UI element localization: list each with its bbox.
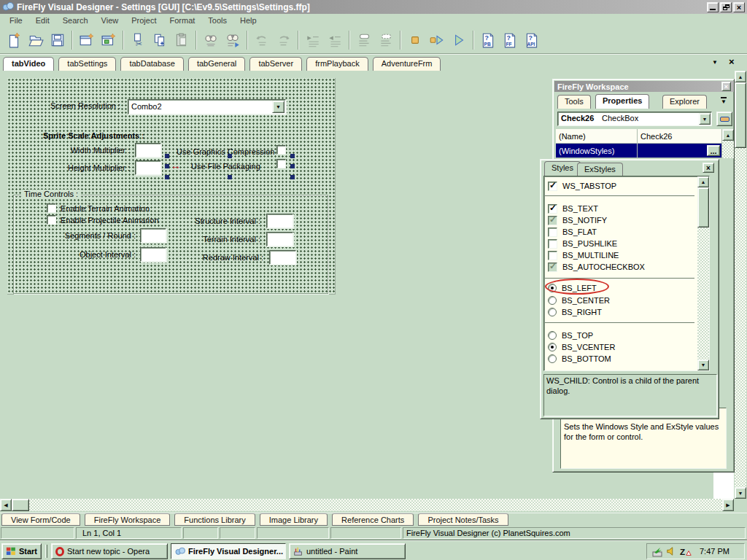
control-selector-combo[interactable]: Check26 CheckBox ▼ (557, 112, 712, 126)
workspace-chevron-icon[interactable]: ▼ (721, 97, 727, 105)
checkbox-checked-disabled-icon[interactable] (548, 216, 557, 225)
tab-frmplayback[interactable]: frmPlayback (306, 57, 368, 71)
zonealarm-tray-icon[interactable]: Z (679, 546, 692, 557)
compile-run-icon[interactable] (426, 29, 448, 51)
style-item[interactable]: WS_TABSTOP (548, 180, 616, 192)
undo-icon[interactable] (251, 29, 273, 51)
workspace-tab-explorer[interactable]: Explorer (662, 95, 707, 109)
workspace-close-icon[interactable]: × (721, 82, 731, 91)
prop-windowstyles-label[interactable]: (WindowStyles) (556, 144, 638, 158)
help-ff-icon[interactable]: ?FF (499, 29, 521, 51)
style-item[interactable]: BS_AUTOCHECKBOX (548, 261, 645, 273)
tab-adventurefrm[interactable]: AdventureFrm (373, 57, 441, 71)
task-paint[interactable]: untitled - Paint (289, 543, 406, 559)
styles-list-scrollbar[interactable]: ▲ ▼ (697, 176, 709, 370)
taskbar-clock[interactable]: 7:47 PM (700, 547, 729, 556)
grid-scroll-up-icon[interactable]: ▲ (722, 129, 734, 141)
run-icon[interactable] (448, 29, 470, 51)
style-item[interactable]: BS_TEXT (548, 203, 598, 214)
scroll-right-icon[interactable]: ▶ (722, 499, 734, 511)
dock-tab-firefly-workspace[interactable]: FireFly Workspace (85, 513, 170, 526)
menu-file[interactable]: File (3, 15, 29, 26)
checkbox-checked-disabled-icon[interactable] (548, 262, 557, 272)
menu-format[interactable]: Format (163, 15, 201, 26)
selection-handle[interactable] (228, 175, 232, 179)
minimize-button[interactable] (707, 2, 719, 12)
task-firefly[interactable]: FireFly Visual Designer... (171, 543, 286, 559)
open-file-icon[interactable] (25, 29, 47, 51)
selection-handle[interactable] (290, 175, 295, 179)
style-item[interactable]: BS_BOTTOM (548, 353, 611, 365)
tab-list-chevron-icon[interactable]: ▼ (712, 59, 718, 66)
use-file-packaging-checkbox[interactable] (276, 159, 286, 168)
indent-icon[interactable] (302, 29, 324, 51)
menu-project[interactable]: Project (125, 15, 163, 26)
close-button[interactable]: × (733, 2, 745, 12)
list-scroll-up-icon[interactable]: ▲ (697, 176, 709, 187)
vertical-scrollbar[interactable]: ▲ ▼ (735, 71, 746, 499)
radio-icon[interactable] (548, 296, 557, 305)
structure-interval-field[interactable] (266, 214, 293, 228)
property-grid-scrollbar[interactable]: ▲ (722, 129, 734, 158)
help-pb-icon[interactable]: ?PB (477, 29, 499, 51)
style-item[interactable]: BS_TOP (548, 330, 593, 341)
workspace-tab-properties[interactable]: Properties (595, 94, 649, 109)
copy-icon[interactable] (149, 29, 171, 51)
menu-help[interactable]: Help (233, 15, 263, 26)
selector-dropdown-icon[interactable]: ▼ (699, 113, 711, 125)
style-item[interactable]: BS_RIGHT (548, 306, 602, 318)
tab-tabserver[interactable]: tabServer (249, 57, 302, 71)
checkbox-checked-icon[interactable] (548, 182, 557, 191)
tab-tabgeneral[interactable]: tabGeneral (188, 57, 245, 71)
style-item[interactable]: BS_MULTILINE (548, 249, 619, 261)
task-opera[interactable]: Start new topic - Opera (51, 543, 168, 559)
popup-close-icon[interactable]: × (703, 163, 714, 173)
checkbox-unchecked-icon[interactable] (548, 228, 557, 237)
radio-icon[interactable] (548, 354, 557, 363)
scroll-up-icon[interactable]: ▲ (735, 71, 746, 82)
terrain-interval-field[interactable] (266, 232, 293, 246)
list-scroll-thumb[interactable] (697, 187, 709, 228)
network-tray-icon[interactable] (651, 545, 663, 557)
save-file-icon[interactable] (47, 29, 69, 51)
list-scroll-down-icon[interactable]: ▼ (697, 359, 709, 370)
enable-projectile-checkbox[interactable] (47, 215, 56, 225)
tab-tabdatabase[interactable]: tabDatabase (120, 57, 183, 71)
selection-handle[interactable] (165, 175, 169, 179)
new-form-icon[interactable] (76, 29, 98, 51)
checkbox-unchecked-icon[interactable] (548, 239, 557, 249)
dock-tab-reference-charts[interactable]: Reference Charts (332, 513, 414, 526)
prop-windowstyles-value[interactable]: ... (638, 144, 722, 158)
view-form-icon[interactable] (98, 29, 120, 51)
scroll-down-icon[interactable]: ▼ (735, 487, 746, 499)
checkbox-checked-icon[interactable] (548, 204, 557, 214)
horizontal-scrollbar[interactable]: ◀ ▶ (0, 499, 734, 511)
vertical-scroll-thumb[interactable] (735, 82, 746, 148)
dock-tab-project-notes[interactable]: Project Notes/Tasks (418, 513, 508, 526)
dock-tab-view-form-code[interactable]: View Form/Code (1, 513, 80, 526)
comment-icon[interactable] (353, 29, 375, 51)
help-api-icon[interactable]: ?API (521, 29, 543, 51)
style-item[interactable]: BS_VCENTER (548, 341, 615, 353)
selection-handle[interactable] (165, 154, 169, 158)
tab-tabvideo[interactable]: tabVideo (3, 57, 54, 71)
paste-icon[interactable] (171, 29, 193, 51)
style-item[interactable]: BS_CENTER (548, 295, 610, 306)
volume-tray-icon[interactable] (666, 546, 676, 556)
selection-handle[interactable] (290, 154, 295, 158)
redo-icon[interactable] (273, 29, 295, 51)
selection-handle[interactable] (165, 164, 169, 168)
outdent-icon[interactable] (324, 29, 346, 51)
combo-dropdown-icon[interactable]: ▼ (272, 101, 285, 113)
form-designer-canvas[interactable]: Screen Resolution : Combo2 ▼ Sprite Scal… (7, 78, 336, 295)
style-item[interactable]: BS_PUSHLIKE (548, 238, 617, 249)
prop-name-value[interactable]: Check26 (638, 129, 722, 144)
cut-icon[interactable]: ✂ (127, 29, 149, 51)
find-next-icon[interactable] (222, 29, 244, 51)
restore-button[interactable] (720, 2, 732, 12)
start-button[interactable]: Start (1, 543, 42, 559)
style-item[interactable]: BS_FLAT (548, 226, 597, 238)
prop-name-label[interactable]: (Name) (556, 129, 638, 144)
enable-terrain-checkbox[interactable] (47, 203, 56, 213)
tab-close-icon[interactable]: × (729, 56, 735, 67)
